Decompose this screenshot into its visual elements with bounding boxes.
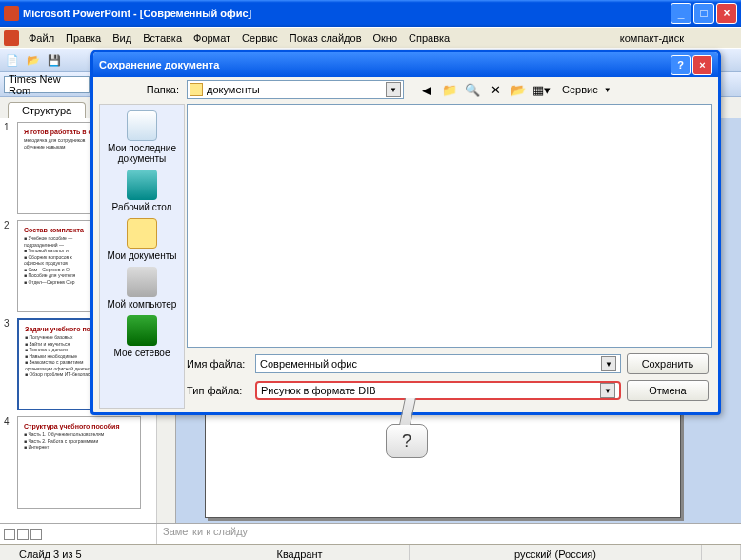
menu-edit[interactable]: Правка <box>60 30 107 46</box>
places-bar: Мои последние документы Рабочий стол Мои… <box>99 104 185 409</box>
menu-bar: Файл Правка Вид Вставка Формат Сервис По… <box>0 27 741 48</box>
save-file-button[interactable]: Сохранить <box>627 353 709 374</box>
filename-label: Имя файла: <box>187 358 250 370</box>
place-desktop[interactable]: Рабочий стол <box>100 170 184 212</box>
callout-text: ? <box>402 431 411 451</box>
folder-combo[interactable]: документы ▼ <box>187 80 404 99</box>
back-button[interactable]: ◀ <box>417 80 436 99</box>
newfolder-button[interactable]: 📂 <box>509 80 528 99</box>
thumb-num: 1 <box>4 122 17 214</box>
search-button[interactable]: 🔍 <box>463 80 482 99</box>
menu-right-text: компакт-диск <box>620 32 684 44</box>
place-mydocs[interactable]: Мои документы <box>100 218 184 261</box>
save-button[interactable]: 💾 <box>46 51 63 69</box>
delete-button[interactable]: ✕ <box>486 80 505 99</box>
new-button[interactable]: 📄 <box>4 51 21 69</box>
menu-format[interactable]: Формат <box>188 30 236 46</box>
close-button[interactable]: × <box>716 3 737 24</box>
place-recent[interactable]: Мои последние документы <box>100 110 184 164</box>
chevron-down-icon[interactable]: ▼ <box>601 356 616 371</box>
menu-window[interactable]: Окно <box>368 30 404 46</box>
slideshow-view-icon[interactable] <box>30 529 42 540</box>
folder-icon <box>190 83 203 96</box>
up-button[interactable]: 📁 <box>440 80 459 99</box>
doc-icon[interactable] <box>4 30 19 46</box>
callout-bubble: ? <box>386 424 428 458</box>
dialog-titlebar: Сохранение документа ? × <box>93 52 718 77</box>
service-menu[interactable]: Сервис <box>562 84 598 95</box>
app-title: Microsoft PowerPoint - [Современный офис… <box>23 8 251 19</box>
filename-input[interactable]: Современный офис ▼ <box>255 354 621 373</box>
sorter-view-icon[interactable] <box>17 529 29 540</box>
status-bar: Слайд 3 из 5 Квадрант русский (Россия) <box>0 544 741 560</box>
notes-area: Заметки к слайду <box>0 523 741 544</box>
chevron-down-icon[interactable]: ▼ <box>600 383 615 398</box>
place-computer[interactable]: Мой компьютер <box>100 267 184 310</box>
menu-file[interactable]: Файл <box>23 30 60 46</box>
folder-value: документы <box>207 84 260 95</box>
dialog-close-button[interactable]: × <box>692 55 712 75</box>
folder-label: Папка: <box>99 84 183 95</box>
status-layout: Квадрант <box>190 545 410 560</box>
menu-insert[interactable]: Вставка <box>137 30 188 46</box>
notes-input[interactable]: Заметки к слайду <box>157 524 741 544</box>
menu-slideshow[interactable]: Показ слайдов <box>284 30 368 46</box>
thumb-num: 2 <box>4 220 17 312</box>
font-name-value: Times New Rom <box>9 73 85 96</box>
font-name-combo[interactable]: Times New Rom <box>4 76 90 93</box>
menu-help[interactable]: Справка <box>403 30 455 46</box>
thumb-num: 4 <box>4 416 17 509</box>
minimize-button[interactable]: _ <box>671 3 691 24</box>
thumb-num: 3 <box>4 318 17 410</box>
save-dialog: Сохранение документа ? × Папка: документ… <box>90 50 721 415</box>
chevron-down-icon: ▼ <box>604 86 611 94</box>
views-button[interactable]: ▦▾ <box>531 80 551 99</box>
normal-view-icon[interactable] <box>4 529 15 540</box>
open-button[interactable]: 📂 <box>25 51 42 69</box>
dialog-toolbar: Папка: документы ▼ ◀ 📁 🔍 ✕ 📂 ▦▾ Сервис ▼ <box>93 77 718 102</box>
menu-view[interactable]: Вид <box>107 30 137 46</box>
place-network[interactable]: Мое сетевое <box>100 315 184 358</box>
chevron-down-icon[interactable]: ▼ <box>386 82 401 97</box>
dialog-help-button[interactable]: ? <box>671 55 691 75</box>
main-titlebar: Microsoft PowerPoint - [Современный офис… <box>0 0 741 27</box>
status-slide: Слайд 3 из 5 <box>0 545 190 560</box>
slide-thumbnail-4[interactable]: Структура учебного пособия ■ Часть 1. Об… <box>17 416 141 509</box>
powerpoint-icon <box>4 6 19 21</box>
file-list[interactable] <box>187 104 712 348</box>
dialog-title: Сохранение документа <box>99 59 219 70</box>
menu-tools[interactable]: Сервис <box>236 30 284 46</box>
status-language: русский (Россия) <box>410 545 702 560</box>
maximize-button[interactable]: □ <box>693 3 714 24</box>
filetype-combo[interactable]: Рисунок в формате DIB ▼ <box>255 381 621 400</box>
cancel-file-button[interactable]: Отмена <box>627 380 709 401</box>
status-extra <box>702 545 741 560</box>
filetype-label: Тип файла: <box>187 385 250 396</box>
tab-outline[interactable]: Структура <box>8 102 86 118</box>
